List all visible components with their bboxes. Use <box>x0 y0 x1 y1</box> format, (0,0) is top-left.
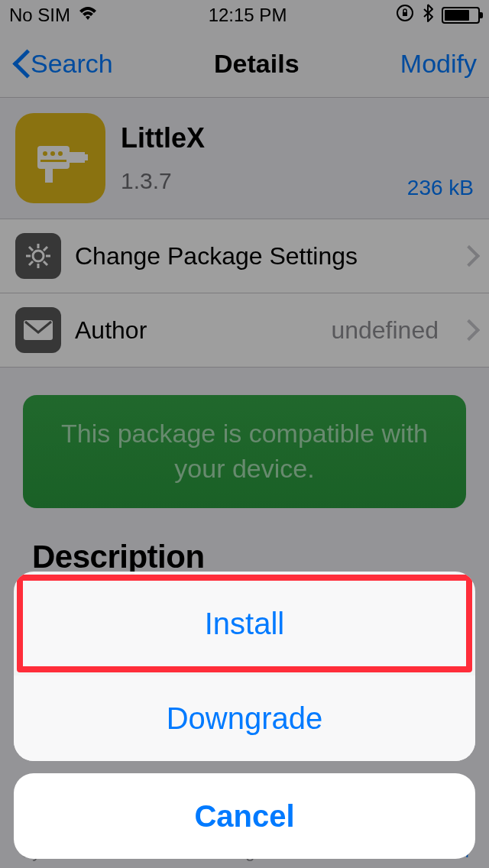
cancel-button[interactable]: Cancel <box>14 773 475 859</box>
install-highlight: Install <box>17 575 472 672</box>
action-sheet-group: Install Downgrade <box>14 572 475 761</box>
install-button[interactable]: Install <box>23 581 466 666</box>
downgrade-button[interactable]: Downgrade <box>14 675 475 761</box>
action-sheet: Install Downgrade Cancel <box>14 572 475 859</box>
